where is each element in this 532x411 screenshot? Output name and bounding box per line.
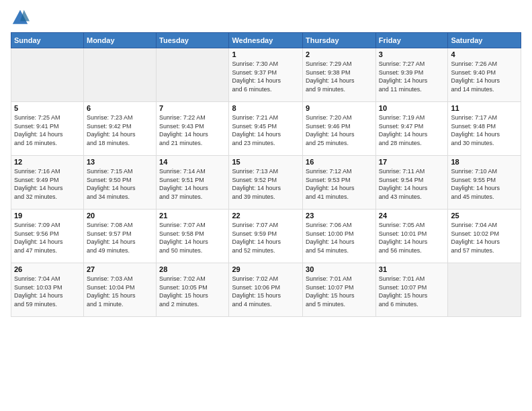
calendar-week-2: 5Sunrise: 7:25 AM Sunset: 9:41 PM Daylig… bbox=[11, 102, 521, 156]
logo bbox=[11, 8, 32, 27]
calendar-cell: 13Sunrise: 7:15 AM Sunset: 9:50 PM Dayli… bbox=[83, 156, 156, 210]
day-info: Sunrise: 7:19 AM Sunset: 9:47 PM Dayligh… bbox=[379, 113, 445, 147]
day-number: 16 bbox=[306, 158, 373, 166]
day-info: Sunrise: 7:11 AM Sunset: 9:54 PM Dayligh… bbox=[379, 167, 445, 201]
calendar-cell: 24Sunrise: 7:05 AM Sunset: 10:01 PM Dayl… bbox=[375, 210, 448, 263]
day-number: 22 bbox=[232, 212, 300, 220]
calendar-cell: 25Sunrise: 7:04 AM Sunset: 10:02 PM Dayl… bbox=[448, 210, 521, 263]
day-info: Sunrise: 7:27 AM Sunset: 9:39 PM Dayligh… bbox=[379, 60, 445, 93]
calendar-cell: 18Sunrise: 7:10 AM Sunset: 9:55 PM Dayli… bbox=[448, 156, 521, 210]
day-number: 30 bbox=[306, 265, 373, 273]
day-info: Sunrise: 7:30 AM Sunset: 9:37 PM Dayligh… bbox=[232, 60, 300, 93]
day-info: Sunrise: 7:06 AM Sunset: 10:00 PM Daylig… bbox=[306, 221, 373, 255]
calendar-cell: 22Sunrise: 7:07 AM Sunset: 9:59 PM Dayli… bbox=[229, 210, 303, 263]
calendar-cell: 12Sunrise: 7:16 AM Sunset: 9:49 PM Dayli… bbox=[11, 156, 84, 210]
day-number: 8 bbox=[232, 104, 300, 112]
calendar-table: SundayMondayTuesdayWednesdayThursdayFrid… bbox=[11, 32, 521, 317]
day-number: 19 bbox=[14, 212, 81, 220]
day-number: 31 bbox=[379, 265, 445, 273]
day-header-monday: Monday bbox=[83, 33, 156, 48]
day-info: Sunrise: 7:22 AM Sunset: 9:43 PM Dayligh… bbox=[159, 113, 226, 147]
day-header-wednesday: Wednesday bbox=[229, 33, 303, 48]
day-number: 9 bbox=[306, 104, 373, 112]
calendar-cell: 8Sunrise: 7:21 AM Sunset: 9:45 PM Daylig… bbox=[229, 102, 303, 156]
calendar-cell: 31Sunrise: 7:01 AM Sunset: 10:07 PM Dayl… bbox=[375, 263, 448, 317]
calendar-cell: 30Sunrise: 7:01 AM Sunset: 10:07 PM Dayl… bbox=[303, 263, 376, 317]
day-info: Sunrise: 7:17 AM Sunset: 9:48 PM Dayligh… bbox=[451, 113, 518, 147]
day-info: Sunrise: 7:13 AM Sunset: 9:52 PM Dayligh… bbox=[232, 167, 300, 201]
page: SundayMondayTuesdayWednesdayThursdayFrid… bbox=[0, 0, 532, 411]
calendar-header-row: SundayMondayTuesdayWednesdayThursdayFrid… bbox=[11, 33, 521, 48]
calendar-week-4: 19Sunrise: 7:09 AM Sunset: 9:56 PM Dayli… bbox=[11, 210, 521, 263]
calendar-cell bbox=[83, 48, 156, 102]
day-number: 12 bbox=[14, 158, 81, 166]
day-info: Sunrise: 7:08 AM Sunset: 9:57 PM Dayligh… bbox=[87, 221, 153, 255]
calendar-week-1: 1Sunrise: 7:30 AM Sunset: 9:37 PM Daylig… bbox=[11, 48, 521, 102]
day-info: Sunrise: 7:05 AM Sunset: 10:01 PM Daylig… bbox=[379, 221, 445, 255]
day-number: 28 bbox=[159, 265, 226, 273]
day-number: 2 bbox=[306, 50, 373, 58]
calendar-cell: 17Sunrise: 7:11 AM Sunset: 9:54 PM Dayli… bbox=[375, 156, 448, 210]
day-info: Sunrise: 7:07 AM Sunset: 9:58 PM Dayligh… bbox=[159, 221, 226, 255]
day-number: 25 bbox=[451, 212, 518, 220]
day-number: 17 bbox=[379, 158, 445, 166]
day-info: Sunrise: 7:01 AM Sunset: 10:07 PM Daylig… bbox=[306, 275, 373, 308]
day-header-saturday: Saturday bbox=[448, 33, 521, 48]
calendar-cell: 11Sunrise: 7:17 AM Sunset: 9:48 PM Dayli… bbox=[448, 102, 521, 156]
day-info: Sunrise: 7:23 AM Sunset: 9:42 PM Dayligh… bbox=[87, 113, 153, 147]
calendar-cell: 29Sunrise: 7:02 AM Sunset: 10:06 PM Dayl… bbox=[229, 263, 303, 317]
day-info: Sunrise: 7:15 AM Sunset: 9:50 PM Dayligh… bbox=[87, 167, 153, 201]
calendar-cell: 15Sunrise: 7:13 AM Sunset: 9:52 PM Dayli… bbox=[229, 156, 303, 210]
calendar-cell: 20Sunrise: 7:08 AM Sunset: 9:57 PM Dayli… bbox=[83, 210, 156, 263]
calendar-week-5: 26Sunrise: 7:04 AM Sunset: 10:03 PM Dayl… bbox=[11, 263, 521, 317]
day-header-tuesday: Tuesday bbox=[157, 33, 229, 48]
day-info: Sunrise: 7:29 AM Sunset: 9:38 PM Dayligh… bbox=[306, 60, 373, 93]
calendar-cell: 1Sunrise: 7:30 AM Sunset: 9:37 PM Daylig… bbox=[229, 48, 303, 102]
day-info: Sunrise: 7:21 AM Sunset: 9:45 PM Dayligh… bbox=[232, 113, 300, 147]
day-number: 11 bbox=[451, 104, 518, 112]
calendar-cell bbox=[11, 48, 84, 102]
day-info: Sunrise: 7:09 AM Sunset: 9:56 PM Dayligh… bbox=[14, 221, 81, 255]
day-number: 6 bbox=[87, 104, 153, 112]
calendar-cell: 6Sunrise: 7:23 AM Sunset: 9:42 PM Daylig… bbox=[83, 102, 156, 156]
calendar-cell: 5Sunrise: 7:25 AM Sunset: 9:41 PM Daylig… bbox=[11, 102, 84, 156]
day-number: 29 bbox=[232, 265, 300, 273]
day-number: 10 bbox=[379, 104, 445, 112]
day-number: 14 bbox=[159, 158, 226, 166]
calendar-cell: 19Sunrise: 7:09 AM Sunset: 9:56 PM Dayli… bbox=[11, 210, 84, 263]
calendar-cell bbox=[157, 48, 229, 102]
day-number: 4 bbox=[451, 50, 518, 58]
day-info: Sunrise: 7:03 AM Sunset: 10:04 PM Daylig… bbox=[87, 275, 153, 308]
day-info: Sunrise: 7:20 AM Sunset: 9:46 PM Dayligh… bbox=[306, 113, 373, 147]
day-info: Sunrise: 7:01 AM Sunset: 10:07 PM Daylig… bbox=[379, 275, 445, 308]
calendar-cell: 2Sunrise: 7:29 AM Sunset: 9:38 PM Daylig… bbox=[303, 48, 376, 102]
day-number: 23 bbox=[306, 212, 373, 220]
day-info: Sunrise: 7:10 AM Sunset: 9:55 PM Dayligh… bbox=[451, 167, 518, 201]
day-header-thursday: Thursday bbox=[303, 33, 376, 48]
day-number: 27 bbox=[87, 265, 153, 273]
calendar-week-3: 12Sunrise: 7:16 AM Sunset: 9:49 PM Dayli… bbox=[11, 156, 521, 210]
calendar-cell: 27Sunrise: 7:03 AM Sunset: 10:04 PM Dayl… bbox=[83, 263, 156, 317]
day-info: Sunrise: 7:04 AM Sunset: 10:03 PM Daylig… bbox=[14, 275, 81, 308]
day-number: 5 bbox=[14, 104, 81, 112]
calendar-cell: 14Sunrise: 7:14 AM Sunset: 9:51 PM Dayli… bbox=[157, 156, 229, 210]
day-number: 26 bbox=[14, 265, 81, 273]
calendar-cell: 16Sunrise: 7:12 AM Sunset: 9:53 PM Dayli… bbox=[303, 156, 376, 210]
calendar-cell: 7Sunrise: 7:22 AM Sunset: 9:43 PM Daylig… bbox=[157, 102, 229, 156]
day-info: Sunrise: 7:02 AM Sunset: 10:06 PM Daylig… bbox=[232, 275, 300, 308]
calendar-cell: 10Sunrise: 7:19 AM Sunset: 9:47 PM Dayli… bbox=[375, 102, 448, 156]
calendar-cell bbox=[448, 263, 521, 317]
day-info: Sunrise: 7:04 AM Sunset: 10:02 PM Daylig… bbox=[451, 221, 518, 255]
calendar-cell: 28Sunrise: 7:02 AM Sunset: 10:05 PM Dayl… bbox=[157, 263, 229, 317]
day-header-friday: Friday bbox=[375, 33, 448, 48]
day-info: Sunrise: 7:25 AM Sunset: 9:41 PM Dayligh… bbox=[14, 113, 81, 147]
calendar-cell: 9Sunrise: 7:20 AM Sunset: 9:46 PM Daylig… bbox=[303, 102, 376, 156]
day-info: Sunrise: 7:12 AM Sunset: 9:53 PM Dayligh… bbox=[306, 167, 373, 201]
day-number: 1 bbox=[232, 50, 300, 58]
calendar-cell: 23Sunrise: 7:06 AM Sunset: 10:00 PM Dayl… bbox=[303, 210, 376, 263]
day-info: Sunrise: 7:14 AM Sunset: 9:51 PM Dayligh… bbox=[159, 167, 226, 201]
day-number: 13 bbox=[87, 158, 153, 166]
header bbox=[11, 8, 521, 27]
day-info: Sunrise: 7:02 AM Sunset: 10:05 PM Daylig… bbox=[159, 275, 226, 308]
day-info: Sunrise: 7:16 AM Sunset: 9:49 PM Dayligh… bbox=[14, 167, 81, 201]
